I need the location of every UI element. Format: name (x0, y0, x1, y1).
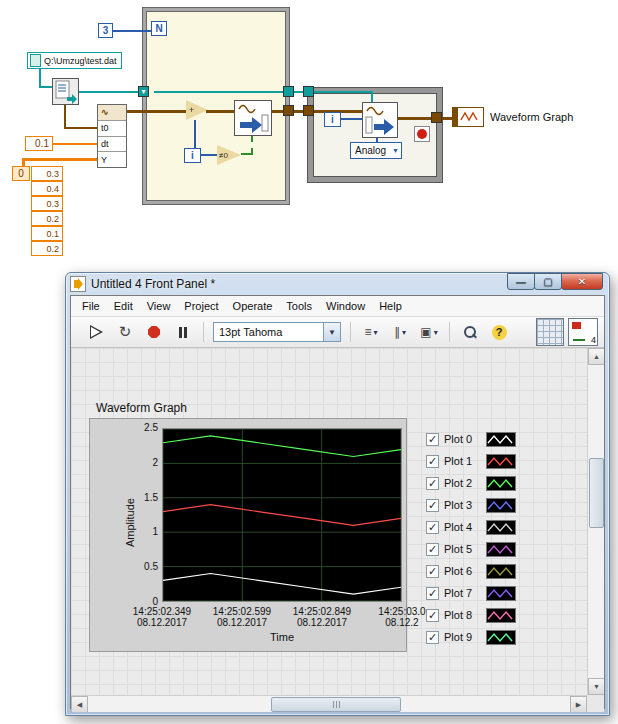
tunnel[interactable] (303, 105, 314, 116)
horizontal-scrollbar[interactable]: ◀ ▶ (71, 695, 587, 712)
plot-visible-checkbox[interactable]: ✓ (426, 631, 439, 644)
align-objects-button[interactable]: ≡▾ (360, 321, 382, 343)
graph-label[interactable]: Waveform Graph (96, 401, 187, 415)
scroll-left-button[interactable]: ◀ (71, 696, 88, 712)
plot-visible-checkbox[interactable]: ✓ (426, 499, 439, 512)
run-button[interactable] (85, 321, 107, 343)
search-button[interactable] (459, 321, 481, 343)
plot-visible-checkbox[interactable]: ✓ (426, 521, 439, 534)
wire[interactable] (64, 127, 97, 129)
array-element[interactable]: 0.2 (31, 241, 63, 256)
wire[interactable] (194, 120, 196, 148)
wire[interactable] (79, 91, 143, 93)
channel-reader-node[interactable] (362, 102, 398, 138)
wire[interactable] (442, 117, 452, 120)
plot-visible-checkbox[interactable]: ✓ (426, 477, 439, 490)
array-element[interactable]: 0.2 (31, 211, 63, 226)
menu-item-tools[interactable]: Tools (279, 298, 319, 314)
tunnel[interactable] (431, 112, 442, 123)
plot-color-swatch[interactable] (486, 564, 516, 579)
wire[interactable] (154, 91, 283, 93)
menu-item-view[interactable]: View (140, 298, 178, 314)
plot-color-swatch[interactable] (486, 498, 516, 513)
plot-color-swatch[interactable] (486, 520, 516, 535)
run-continuously-button[interactable]: ↻ (114, 321, 136, 343)
plot-visible-checkbox[interactable]: ✓ (426, 433, 439, 446)
plot-color-swatch[interactable] (486, 586, 516, 601)
wire[interactable] (64, 105, 66, 129)
plot-color-swatch[interactable] (486, 630, 516, 645)
wire[interactable] (127, 110, 188, 113)
close-button[interactable]: ✕ (561, 273, 603, 290)
tunnel[interactable] (283, 105, 294, 116)
iteration-terminal[interactable]: i (324, 112, 341, 127)
reorder-objects-button[interactable]: ▣▾ (418, 321, 440, 343)
wire[interactable] (294, 91, 303, 93)
wire[interactable] (341, 118, 362, 120)
waveform-graph-terminal[interactable] (452, 107, 484, 127)
font-selector[interactable]: 13pt Tahoma ▼ (213, 322, 341, 342)
panel-order-icon[interactable]: 4 (568, 318, 598, 346)
scroll-right-button[interactable]: ▶ (570, 696, 587, 712)
iteration-terminal[interactable]: i (184, 148, 201, 163)
plot-visible-checkbox[interactable]: ✓ (426, 609, 439, 622)
tunnel[interactable] (283, 86, 294, 97)
front-panel: Waveform Graph 2.5 2 1.5 1 0.5 0 Amplitu… (71, 348, 604, 712)
array-element[interactable]: 0.3 (31, 166, 63, 181)
menu-item-edit[interactable]: Edit (107, 298, 140, 314)
channel-writer-node[interactable] (234, 100, 272, 136)
plot-visible-checkbox[interactable]: ✓ (426, 587, 439, 600)
loop-count-constant[interactable]: 3 (98, 23, 113, 38)
wire[interactable] (113, 30, 151, 32)
waveform-graph-control[interactable]: 2.5 2 1.5 1 0.5 0 Amplitude 14:25:02.349… (89, 418, 407, 652)
plot-visible-checkbox[interactable]: ✓ (426, 565, 439, 578)
help-button[interactable]: ? (488, 321, 510, 343)
read-binary-file-icon[interactable] (52, 78, 79, 105)
tunnel[interactable] (303, 86, 314, 97)
distribute-objects-button[interactable]: ∥▾ (389, 321, 411, 343)
menu-item-file[interactable]: File (75, 298, 107, 314)
plot-visible-checkbox[interactable]: ✓ (426, 543, 439, 556)
wire[interactable] (39, 86, 52, 88)
array-index[interactable]: 0 (12, 166, 30, 181)
wire[interactable] (398, 117, 433, 120)
grid-icon[interactable] (536, 318, 564, 346)
plot-area[interactable] (162, 428, 402, 602)
scroll-down-button[interactable]: ▼ (588, 678, 604, 695)
horizontal-scroll-thumb[interactable] (271, 697, 401, 712)
plot-color-swatch[interactable] (486, 454, 516, 469)
count-terminal[interactable]: N (151, 21, 167, 36)
wire[interactable] (251, 136, 253, 154)
abort-button[interactable] (143, 321, 165, 343)
file-path-constant[interactable]: Q:\Umzug\test.dat (27, 52, 122, 69)
minimize-button[interactable]: — (507, 273, 535, 290)
loop-condition-terminal[interactable] (414, 126, 430, 142)
enum-constant-analog[interactable]: Analog ▼ (350, 142, 402, 159)
wire[interactable] (314, 91, 373, 93)
pause-button[interactable] (172, 321, 194, 343)
tunnel-auto-index[interactable]: ▼ (138, 86, 149, 97)
plot-color-swatch[interactable] (486, 608, 516, 623)
menu-item-help[interactable]: Help (372, 298, 409, 314)
titlebar[interactable]: Untitled 4 Front Panel * — ▢ ✕ (70, 273, 605, 295)
menu-item-window[interactable]: Window (319, 298, 372, 314)
scroll-up-button[interactable]: ▲ (588, 348, 604, 365)
wire[interactable] (53, 143, 97, 145)
plot-color-swatch[interactable] (486, 432, 516, 447)
plot-color-swatch[interactable] (486, 476, 516, 491)
array-element[interactable]: 0.4 (31, 181, 63, 196)
plot-color-swatch[interactable] (486, 542, 516, 557)
wire[interactable] (206, 110, 234, 113)
wire[interactable] (201, 154, 217, 156)
vertical-scrollbar[interactable]: ▲ ▼ (587, 348, 604, 695)
build-waveform-node[interactable]: ∿ t0 dt Y (97, 104, 127, 168)
menu-item-operate[interactable]: Operate (226, 298, 280, 314)
wire[interactable] (22, 158, 97, 161)
maximize-button[interactable]: ▢ (534, 273, 562, 290)
plot-visible-checkbox[interactable]: ✓ (426, 455, 439, 468)
array-element[interactable]: 0.3 (31, 196, 63, 211)
menu-item-project[interactable]: Project (177, 298, 225, 314)
dt-constant[interactable]: 0.1 (25, 136, 53, 151)
vertical-scroll-thumb[interactable] (589, 458, 604, 528)
array-element[interactable]: 0.1 (31, 226, 63, 241)
